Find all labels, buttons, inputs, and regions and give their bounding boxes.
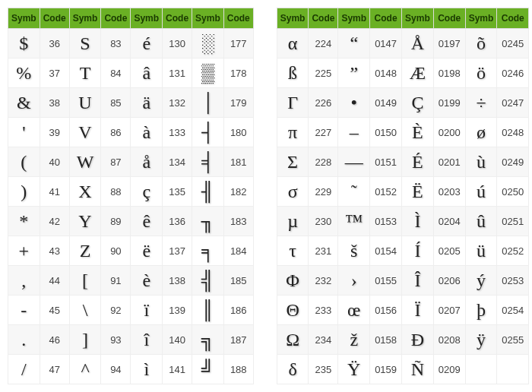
symbol-cell: + (8, 236, 40, 266)
symbol-cell: â (131, 58, 163, 88)
code-cell: 226 (309, 88, 338, 118)
symbol-cell: ÿ (465, 325, 497, 355)
table-row: &38U85ä132│179 (8, 88, 254, 118)
code-cell: 87 (101, 147, 131, 177)
symbol-cell: þ (465, 296, 497, 325)
symbol-cell: ╝ (192, 355, 224, 384)
code-cell: 47 (40, 355, 69, 384)
symbol-cell: ] (69, 325, 101, 355)
col-code: Code (370, 8, 402, 29)
col-symb: Symb (69, 8, 101, 29)
code-cell: 230 (309, 207, 338, 236)
code-cell: 185 (223, 266, 253, 296)
tables-container: Symb Code Symb Code Symb Code Symb Code … (8, 8, 524, 384)
symbol-cell: ™ (338, 207, 370, 236)
symbol-cell: S (69, 29, 101, 58)
code-cell: 94 (101, 355, 131, 384)
symbol-cell: [ (69, 266, 101, 296)
symbol-cell: “ (338, 29, 370, 58)
code-cell: 0149 (370, 88, 402, 118)
code-cell: 0206 (433, 266, 465, 296)
table-row: '39V86à133┤180 (8, 118, 254, 147)
table-row: /47^94ì141╝188 (8, 355, 254, 384)
code-cell: 132 (163, 88, 192, 118)
col-symb: Symb (192, 8, 224, 29)
symbol-cell: U (69, 88, 101, 118)
code-cell: 133 (163, 118, 192, 147)
code-cell: 42 (40, 207, 69, 236)
code-cell: 0246 (497, 58, 529, 88)
col-symb: Symb (131, 8, 163, 29)
symbol-cell: É (402, 147, 434, 177)
col-symb: Symb (465, 8, 497, 29)
code-cell: 0254 (497, 296, 529, 325)
symbol-cell: Ñ (402, 355, 434, 384)
code-cell: 0152 (370, 177, 402, 207)
table-row: +43Z90ë137╕184 (8, 236, 254, 266)
code-cell: 227 (309, 118, 338, 147)
symbol-cell: \ (69, 296, 101, 325)
table-row: Φ232›0155Î0206ý0253 (277, 266, 529, 296)
code-cell: 0247 (497, 88, 529, 118)
symbol-cell: ▒ (192, 58, 224, 88)
code-cell: 0209 (433, 355, 465, 384)
symbol-cell: • (338, 88, 370, 118)
symbol-cell: ” (338, 58, 370, 88)
code-cell: 136 (163, 207, 192, 236)
code-cell: 0156 (370, 296, 402, 325)
symbol-cell: Ω (277, 325, 309, 355)
symbol-cell: ╕ (192, 236, 224, 266)
col-code: Code (40, 8, 69, 29)
code-cell: 179 (223, 88, 253, 118)
code-cell: 130 (163, 29, 192, 58)
table-row: *42Y89ê136╖183 (8, 207, 254, 236)
symbol-cell: µ (277, 207, 309, 236)
symbol-cell: ( (8, 147, 40, 177)
symbol-cell: │ (192, 88, 224, 118)
code-cell: 177 (223, 29, 253, 58)
table-row: (40W87å134╡181 (8, 147, 254, 177)
symbol-cell: π (277, 118, 309, 147)
code-cell: 0147 (370, 29, 402, 58)
symbol-cell: Ð (402, 325, 434, 355)
code-cell: 0251 (497, 207, 529, 236)
code-cell: 131 (163, 58, 192, 88)
table-row: Ω234ž0158Ð0208ÿ0255 (277, 325, 529, 355)
code-cell: 224 (309, 29, 338, 58)
symbol-cell: / (8, 355, 40, 384)
symbol-cell: › (338, 266, 370, 296)
code-cell: 0255 (497, 325, 529, 355)
symbol-cell: Ï (402, 296, 434, 325)
symbol-cell: Ç (402, 88, 434, 118)
symbol-cell: Í (402, 236, 434, 266)
code-cell: 187 (223, 325, 253, 355)
code-cell: 184 (223, 236, 253, 266)
table-row: δ235Ÿ0159Ñ0209 (277, 355, 529, 384)
symbol-cell: ä (131, 88, 163, 118)
code-cell: 0148 (370, 58, 402, 88)
code-cell: 45 (40, 296, 69, 325)
code-cell: 0253 (497, 266, 529, 296)
symbol-cell: ˜ (338, 177, 370, 207)
code-cell: 90 (101, 236, 131, 266)
symbol-cell: — (338, 147, 370, 177)
symbol-cell: ÷ (465, 88, 497, 118)
code-cell: 229 (309, 177, 338, 207)
code-cell: 0245 (497, 29, 529, 58)
code-cell: 85 (101, 88, 131, 118)
code-cell: 233 (309, 296, 338, 325)
code-cell: 0151 (370, 147, 402, 177)
symbol-cell: ║ (192, 296, 224, 325)
symbol-cell: ë (131, 236, 163, 266)
symbol-cell: Ë (402, 177, 434, 207)
code-cell (497, 355, 529, 384)
code-cell: 0201 (433, 147, 465, 177)
symbol-cell: Z (69, 236, 101, 266)
code-cell: 0155 (370, 266, 402, 296)
table-row: ,44[91è138╣185 (8, 266, 254, 296)
symbol-cell: ê (131, 207, 163, 236)
col-code: Code (309, 8, 338, 29)
code-cell: 0159 (370, 355, 402, 384)
code-cell: 43 (40, 236, 69, 266)
code-cell: 93 (101, 325, 131, 355)
